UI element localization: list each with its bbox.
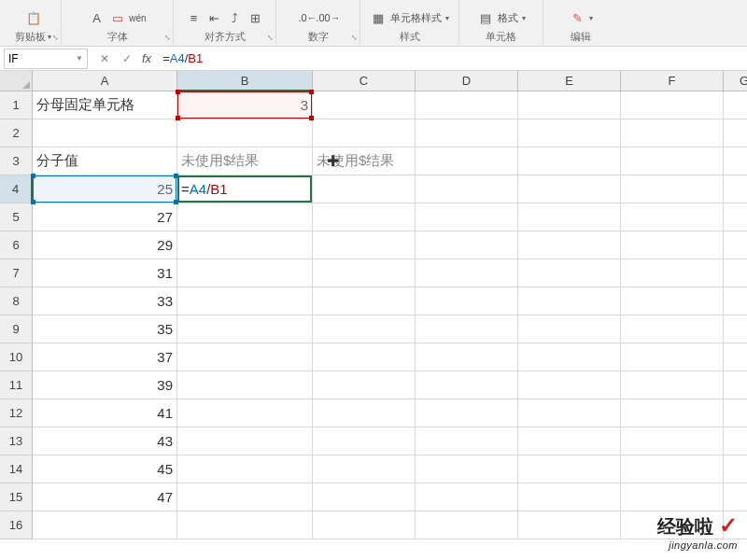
row-header-12[interactable]: 12 <box>0 399 33 427</box>
cell-C1[interactable] <box>313 91 416 119</box>
cell-B5[interactable] <box>177 203 313 231</box>
row-header-3[interactable]: 3 <box>0 147 33 175</box>
decimal-inc-icon[interactable]: .00→ <box>320 9 337 26</box>
cell-G2[interactable] <box>724 119 747 147</box>
cell-F9[interactable] <box>621 315 724 343</box>
cell-G10[interactable] <box>724 343 747 371</box>
cell-B7[interactable] <box>177 259 313 287</box>
cell-D4[interactable] <box>416 175 518 203</box>
cell-B8[interactable] <box>177 287 313 315</box>
cell-G9[interactable] <box>724 315 747 343</box>
cell-F13[interactable] <box>621 427 724 455</box>
cell-E15[interactable] <box>518 483 621 511</box>
row-header-5[interactable]: 5 <box>0 203 33 231</box>
cell-F11[interactable] <box>621 371 724 399</box>
expand-icon[interactable]: ⤡ <box>52 34 59 42</box>
indent-icon[interactable]: ⇤ <box>206 9 223 26</box>
row-header-9[interactable]: 9 <box>0 315 33 343</box>
cell-G11[interactable] <box>724 371 747 399</box>
cell-A8[interactable]: 33 <box>33 287 177 315</box>
cell-D15[interactable] <box>416 483 518 511</box>
cell-D3[interactable] <box>416 147 518 175</box>
cell-D12[interactable] <box>416 399 518 427</box>
font-icon[interactable]: A <box>89 9 106 26</box>
select-all-corner[interactable] <box>0 71 33 91</box>
cell-C4[interactable] <box>313 175 416 203</box>
col-header-B[interactable]: B <box>177 71 313 91</box>
cell-D11[interactable] <box>416 371 518 399</box>
col-header-F[interactable]: F <box>621 71 724 91</box>
cell-C3[interactable]: 未使用$结果 <box>313 147 416 175</box>
cell-D9[interactable] <box>416 315 518 343</box>
accept-icon[interactable]: ✓ <box>120 51 134 66</box>
cell-B6[interactable] <box>177 231 313 259</box>
cell-B2[interactable] <box>177 119 313 147</box>
cell-D8[interactable] <box>416 287 518 315</box>
cell-E12[interactable] <box>518 399 621 427</box>
cell-F10[interactable] <box>621 343 724 371</box>
cell-A13[interactable]: 43 <box>33 427 177 455</box>
cell-F1[interactable] <box>621 91 724 119</box>
row-header-4[interactable]: 4 <box>0 175 33 203</box>
col-header-A[interactable]: A <box>33 71 177 91</box>
cell-A15[interactable]: 47 <box>33 483 177 511</box>
cell-C7[interactable] <box>313 259 416 287</box>
cell-C15[interactable] <box>313 483 416 511</box>
cell-G7[interactable] <box>724 259 747 287</box>
cell-F3[interactable] <box>621 147 724 175</box>
cell-G14[interactable] <box>724 455 747 483</box>
cell-C2[interactable] <box>313 119 416 147</box>
cell-C5[interactable] <box>313 203 416 231</box>
row-header-10[interactable]: 10 <box>0 343 33 371</box>
cell-E7[interactable] <box>518 259 621 287</box>
cell-C10[interactable] <box>313 343 416 371</box>
cell-A2[interactable] <box>33 119 177 147</box>
cell-A12[interactable]: 41 <box>33 399 177 427</box>
cell-G1[interactable] <box>724 91 747 119</box>
cell-A5[interactable]: 27 <box>33 203 177 231</box>
col-header-E[interactable]: E <box>518 71 621 91</box>
cell-style-icon[interactable]: ▦ <box>370 9 387 26</box>
cell-E6[interactable] <box>518 231 621 259</box>
row-header-11[interactable]: 11 <box>0 371 33 399</box>
cell-E8[interactable] <box>518 287 621 315</box>
cell-E5[interactable] <box>518 203 621 231</box>
cell-A3[interactable]: 分子值 <box>33 147 177 175</box>
cell-A11[interactable]: 39 <box>33 371 177 399</box>
cell-A14[interactable]: 45 <box>33 455 177 483</box>
cell-E11[interactable] <box>518 371 621 399</box>
cell-C12[interactable] <box>313 399 416 427</box>
cell-D13[interactable] <box>416 427 518 455</box>
cell-E14[interactable] <box>518 455 621 483</box>
cell-C11[interactable] <box>313 371 416 399</box>
cell-B3[interactable]: 未使用$结果 <box>177 147 313 175</box>
format-icon[interactable]: ▤ <box>477 9 494 26</box>
row-header-15[interactable]: 15 <box>0 483 33 511</box>
rotate-icon[interactable]: ⤴ <box>227 9 244 26</box>
cell-C8[interactable] <box>313 287 416 315</box>
cell-F12[interactable] <box>621 399 724 427</box>
paste-icon[interactable]: 📋 <box>25 9 42 26</box>
cell-A16[interactable] <box>33 511 177 539</box>
cell-B12[interactable] <box>177 399 313 427</box>
cell-E4[interactable] <box>518 175 621 203</box>
row-header-13[interactable]: 13 <box>0 427 33 455</box>
col-header-C[interactable]: C <box>313 71 416 91</box>
cell-F8[interactable] <box>621 287 724 315</box>
cell-A9[interactable]: 35 <box>33 315 177 343</box>
cell-G6[interactable] <box>724 231 747 259</box>
cell-A10[interactable]: 37 <box>33 343 177 371</box>
ruby-icon[interactable]: wén <box>130 9 147 26</box>
cell-A1[interactable]: 分母固定单元格 <box>33 91 177 119</box>
cell-B15[interactable] <box>177 483 313 511</box>
col-header-D[interactable]: D <box>416 71 518 91</box>
cell-A6[interactable]: 29 <box>33 231 177 259</box>
cell-G8[interactable] <box>724 287 747 315</box>
col-header-G[interactable]: G <box>724 71 747 91</box>
cancel-icon[interactable]: ✕ <box>97 51 112 66</box>
cell-G4[interactable] <box>724 175 747 203</box>
cell-F6[interactable] <box>621 231 724 259</box>
expand-icon[interactable]: ⤡ <box>267 34 274 42</box>
row-header-16[interactable]: 16 <box>0 511 33 539</box>
cell-D10[interactable] <box>416 343 518 371</box>
